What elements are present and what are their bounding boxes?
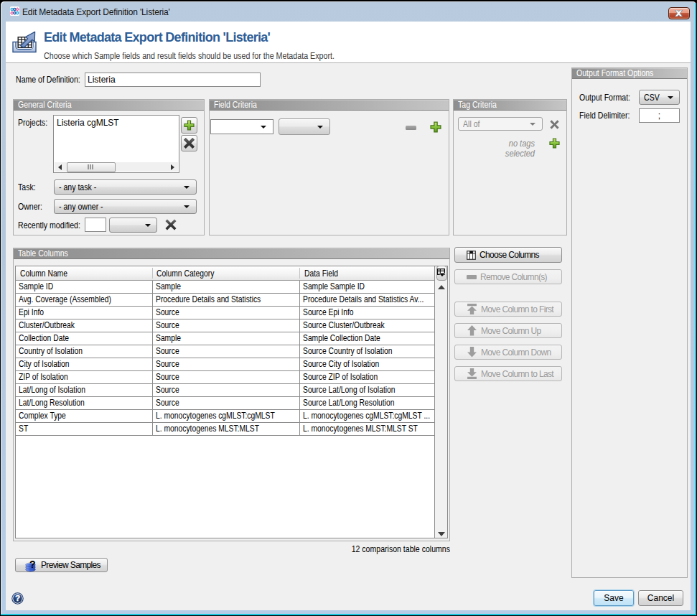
svg-text:?: ? [15,593,20,603]
svg-text:?: ? [29,559,36,570]
